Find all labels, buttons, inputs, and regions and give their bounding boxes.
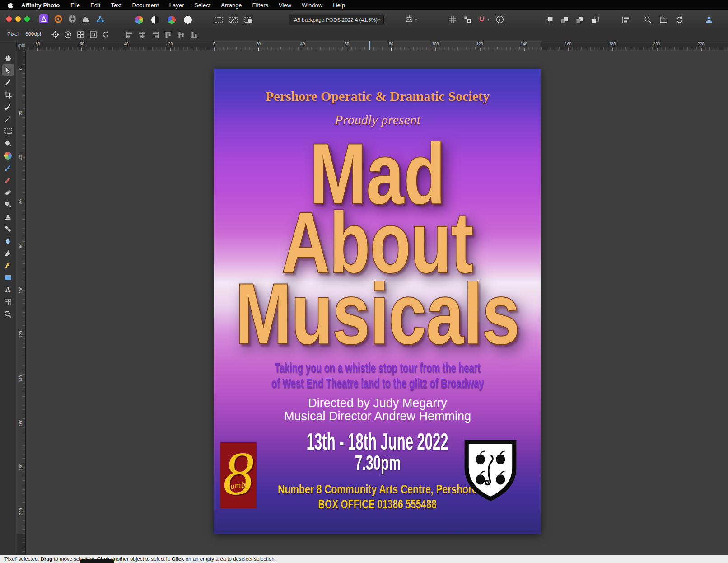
magnet-icon [478, 15, 486, 23]
develop-persona-button[interactable]: ▾ [68, 14, 77, 24]
assistant-button[interactable]: ▾ [405, 14, 417, 24]
h-ruler-tick: 100 [432, 41, 439, 51]
align-bottom-icon [190, 31, 198, 39]
v-ruler-tick: 200 [19, 507, 23, 516]
vertical-ruler[interactable]: 020406080100120140160180200 [16, 50, 26, 555]
selection-brush-tool[interactable] [2, 101, 14, 113]
view-tool[interactable] [2, 52, 14, 64]
align-middle-button[interactable] [177, 30, 186, 40]
auto-levels-button[interactable]: ▾ [135, 15, 144, 25]
poster-document[interactable]: Pershore Operatic & Dramatic Society Pro… [214, 69, 541, 534]
app-menu[interactable]: Affinity Photo [21, 2, 60, 9]
align-bottom-button[interactable] [190, 30, 199, 40]
tone-mapping-persona-button[interactable]: ▾ [82, 14, 91, 24]
dpi-label: 300dpi [25, 31, 41, 37]
document-tab[interactable]: A5 backpage PODS 2022 A (41.5%) * [289, 14, 384, 25]
menu-file[interactable]: File [70, 2, 80, 9]
box-transform-button[interactable] [76, 29, 85, 39]
h-ruler-tick: 160 [565, 41, 571, 51]
crop-tool[interactable] [2, 89, 14, 100]
deselect-mode-button[interactable]: ▾ [229, 15, 238, 25]
menu-document[interactable]: Document [132, 2, 159, 9]
menu-text[interactable]: Text [111, 2, 122, 9]
gradient-tool[interactable] [2, 150, 14, 161]
marquee-tool[interactable] [2, 125, 14, 137]
fullscreen-button[interactable] [24, 16, 30, 22]
mask-mode-button[interactable]: ▾ [244, 15, 253, 25]
quick-mask-icon [244, 16, 253, 24]
pixel-align-icon [463, 15, 471, 23]
shape-tool[interactable] [2, 272, 14, 283]
menu-window[interactable]: Window [302, 2, 322, 9]
healing-tool[interactable] [2, 223, 14, 235]
menu-select[interactable]: Select [194, 2, 210, 9]
auto-white-balance-button[interactable]: ▾ [183, 15, 192, 25]
inner-bounds-button[interactable] [89, 29, 98, 39]
show-grid-button[interactable]: ▾ [448, 14, 457, 24]
auto-contrast-button[interactable]: ▾ [151, 15, 160, 25]
move-backward-button[interactable]: ▾ [575, 15, 584, 25]
dodge-icon [4, 200, 12, 209]
clone-tool[interactable] [2, 211, 14, 222]
menu-view[interactable]: View [279, 2, 291, 9]
minimize-button[interactable] [15, 16, 21, 22]
cycle-selection-button[interactable] [63, 29, 72, 39]
close-button[interactable] [6, 16, 12, 22]
move-forward-button[interactable]: ▾ [560, 15, 569, 25]
move-tool[interactable] [2, 64, 14, 76]
move-to-back-button[interactable]: ▾ [591, 15, 600, 25]
pen-tool[interactable] [2, 259, 14, 271]
blur-tool[interactable] [2, 235, 14, 247]
menu-help[interactable]: Help [333, 2, 345, 9]
align-left-button[interactable] [125, 30, 134, 40]
paint-brush-tool[interactable] [2, 162, 14, 174]
text-tool[interactable]: A [2, 284, 14, 296]
pixel-alignment-button[interactable]: ▾ [463, 14, 472, 24]
v-ruler-tick: 120 [19, 330, 23, 339]
h-ruler-tick: 0 [213, 41, 215, 51]
align-top-button[interactable] [163, 30, 173, 40]
move-to-front-button[interactable]: ▾ [545, 15, 554, 25]
pixel-tool[interactable] [2, 174, 14, 186]
tagline-line-2: of West End Theatre land to the glitz of… [257, 375, 499, 392]
canvas[interactable]: Pershore Operatic & Dramatic Society Pro… [25, 50, 728, 555]
search-button[interactable]: ▾ [643, 14, 652, 24]
h-ruler-tick: -40 [122, 41, 128, 51]
h-ruler-tick: 20 [256, 41, 261, 51]
alignment-button[interactable]: ▾ [621, 15, 630, 25]
flood-select-tool[interactable] [2, 113, 14, 125]
align-center-button[interactable] [138, 30, 147, 40]
account-button[interactable]: ▾ [705, 14, 714, 24]
eraser-icon [4, 188, 12, 197]
flood-fill-tool[interactable] [2, 137, 14, 149]
snapping-button[interactable]: ▾ [478, 14, 490, 24]
export-persona-button[interactable]: ▾ [96, 14, 105, 24]
liquify-persona-icon [54, 14, 63, 23]
rotate-button[interactable]: ▾ [675, 14, 684, 24]
photo-persona-button[interactable]: ▾ [39, 14, 49, 24]
zoom-tool[interactable] [2, 308, 14, 320]
menu-layer[interactable]: Layer [169, 2, 184, 9]
color-picker-tool[interactable] [2, 76, 14, 88]
eyedropper-icon [4, 78, 12, 87]
menu-filters[interactable]: Filters [252, 2, 268, 9]
horizontal-ruler[interactable]: mm -80-60-40-200204060801001201401601802… [16, 41, 728, 50]
auto-adjust-group: ▾▾▾▾ [135, 15, 192, 25]
apple-menu[interactable] [7, 2, 13, 9]
smudge-tool[interactable] [2, 247, 14, 259]
mesh-warp-tool[interactable] [2, 296, 14, 308]
erase-tool[interactable] [2, 186, 14, 198]
number8-digit: 8 [220, 442, 257, 507]
stock-button[interactable]: ▾ [659, 14, 668, 24]
info-button[interactable]: ▾ [495, 14, 504, 24]
number8-logo: 8 Number [220, 442, 257, 508]
dodge-tool[interactable] [2, 198, 14, 210]
menu-edit[interactable]: Edit [90, 2, 100, 9]
align-right-button[interactable] [151, 30, 160, 40]
marquee-mode-button[interactable]: ▾ [214, 15, 223, 25]
menu-arrange[interactable]: Arrange [221, 2, 242, 9]
auto-colour-button[interactable]: ▾ [167, 15, 176, 25]
liquify-persona-button[interactable]: ▾ [54, 14, 63, 24]
rotate-selection-button[interactable] [101, 29, 110, 39]
transform-origin-button[interactable] [51, 29, 60, 39]
